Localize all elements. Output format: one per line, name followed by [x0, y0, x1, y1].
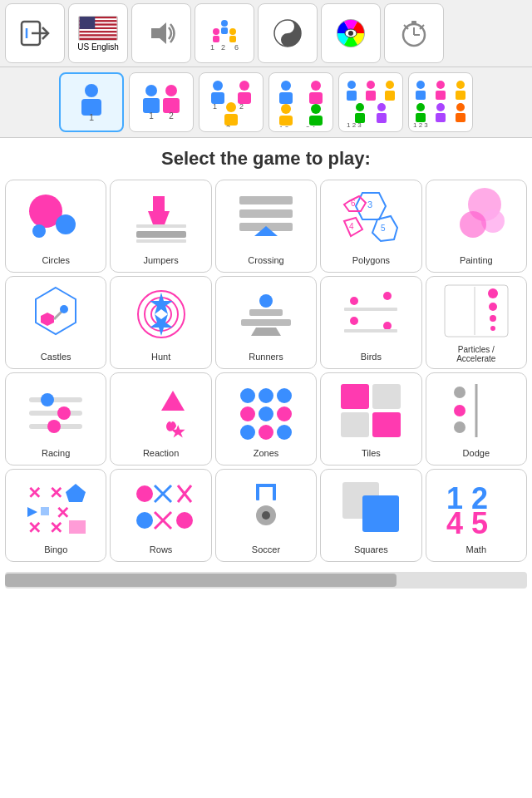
game-jumpers[interactable]: Jumpers	[110, 180, 211, 273]
game-tiles[interactable]: Tiles	[320, 372, 421, 466]
svg-point-84	[416, 103, 425, 111]
svg-point-82	[456, 81, 465, 89]
svg-point-32	[348, 31, 353, 36]
player-2-button[interactable]: 1 2	[129, 72, 194, 132]
game-racing[interactable]: Racing	[5, 372, 106, 466]
sound-button[interactable]	[131, 3, 191, 63]
alarm-button[interactable]	[384, 3, 444, 63]
player-3-button[interactable]: 1 2 3	[199, 72, 264, 132]
game-squares[interactable]: Squares	[320, 469, 421, 562]
svg-point-187	[262, 511, 270, 520]
svg-text:2: 2	[239, 102, 244, 111]
svg-marker-95	[153, 196, 165, 211]
svg-point-118	[60, 305, 68, 313]
svg-marker-17	[151, 22, 166, 44]
game-crossing[interactable]: Crossing	[215, 180, 317, 273]
svg-marker-168	[27, 507, 37, 517]
svg-point-143	[57, 406, 71, 420]
svg-point-18	[221, 20, 228, 27]
svg-rect-98	[136, 239, 186, 243]
players-count-button[interactable]: 1 2 6	[195, 3, 254, 63]
game-birds[interactable]: Birds	[320, 276, 421, 369]
svg-marker-122	[150, 293, 173, 314]
svg-rect-21	[213, 36, 219, 42]
svg-point-52	[226, 102, 236, 112]
svg-point-61	[281, 104, 291, 114]
svg-text:1: 1	[149, 111, 154, 121]
svg-rect-100	[239, 196, 293, 204]
svg-point-94	[32, 224, 46, 238]
svg-point-137	[490, 315, 496, 322]
scroll-thumb[interactable]	[5, 574, 397, 587]
svg-text:5: 5	[381, 224, 386, 233]
svg-text:1  2  3: 1 2 3	[347, 121, 362, 127]
player-5-button[interactable]: 1 2 3	[338, 72, 403, 132]
svg-text:2: 2	[221, 43, 225, 50]
svg-rect-10	[80, 29, 117, 31]
svg-point-135	[488, 288, 498, 298]
svg-rect-83	[456, 91, 466, 100]
svg-point-154	[240, 425, 255, 440]
game-circles[interactable]: Circles	[5, 180, 106, 273]
game-castles[interactable]: Castles	[5, 276, 106, 369]
svg-rect-68	[347, 91, 357, 101]
svg-rect-101	[239, 209, 293, 218]
svg-point-63	[311, 104, 321, 114]
svg-point-151	[240, 406, 255, 421]
eye-color-button[interactable]	[321, 3, 381, 63]
svg-point-69	[367, 81, 375, 89]
svg-rect-132	[344, 308, 397, 311]
game-grid: Circles Jumpers Crossing	[0, 176, 532, 565]
game-hunt[interactable]: Hunt	[110, 276, 211, 369]
svg-point-129	[383, 292, 392, 300]
svg-rect-184	[256, 484, 259, 500]
svg-rect-11	[80, 31, 117, 32]
game-dodge[interactable]: Dodge	[426, 372, 527, 466]
svg-marker-127	[251, 328, 281, 336]
top-bar: US English 1 2 6	[0, 0, 532, 67]
svg-rect-12	[80, 32, 117, 34]
svg-marker-167	[66, 484, 86, 502]
game-zones[interactable]: Zones	[215, 372, 317, 466]
game-painting[interactable]: Painting	[426, 180, 527, 273]
game-math[interactable]: 1 2 4 5 Math	[426, 469, 527, 562]
svg-point-114	[460, 211, 486, 238]
svg-point-141	[41, 393, 54, 406]
game-polygons[interactable]: 3 4 5 6 Polygons	[320, 180, 421, 273]
svg-rect-13	[80, 34, 117, 36]
svg-text:3: 3	[367, 200, 372, 209]
game-particles[interactable]: Particles /Accelerate	[426, 276, 527, 369]
svg-rect-134	[445, 285, 508, 337]
svg-point-124	[259, 294, 273, 308]
svg-marker-173	[69, 520, 86, 534]
game-rows[interactable]: Rows	[110, 469, 211, 562]
svg-text:✕: ✕	[49, 519, 63, 537]
svg-point-149	[259, 388, 273, 403]
svg-rect-14	[80, 36, 117, 37]
svg-point-71	[386, 81, 394, 89]
player-6-button[interactable]: 1 2 3 4 5 6	[408, 72, 473, 132]
game-runners[interactable]: Runners	[215, 276, 317, 369]
svg-text:1: 1	[210, 43, 214, 50]
svg-point-138	[490, 326, 495, 331]
svg-rect-142	[29, 411, 82, 416]
svg-text:1  2  3: 1 2 3	[413, 121, 428, 127]
exit-button[interactable]	[5, 3, 65, 63]
locale-button[interactable]: US English	[68, 3, 128, 63]
svg-text:3: 3	[226, 124, 230, 127]
player-1-button[interactable]: 1	[59, 72, 124, 132]
scroll-bar[interactable]	[5, 572, 527, 589]
player-4-button[interactable]: 1 2 3 4	[268, 72, 333, 132]
game-bingo[interactable]: ✕ ✕ ✕ ✕ ✕ Bingo	[5, 469, 106, 562]
svg-text:6: 6	[234, 43, 239, 50]
svg-rect-79	[416, 91, 426, 100]
game-reaction[interactable]: Reaction	[110, 372, 211, 466]
yin-yang-button[interactable]	[258, 3, 318, 63]
svg-rect-38	[411, 21, 416, 24]
svg-rect-133	[344, 329, 397, 332]
page-title: Select the game to play:	[0, 138, 532, 176]
svg-point-48	[213, 81, 223, 91]
game-soccer[interactable]: Soccer	[215, 469, 317, 562]
svg-rect-185	[273, 484, 276, 500]
svg-rect-87	[436, 113, 446, 122]
